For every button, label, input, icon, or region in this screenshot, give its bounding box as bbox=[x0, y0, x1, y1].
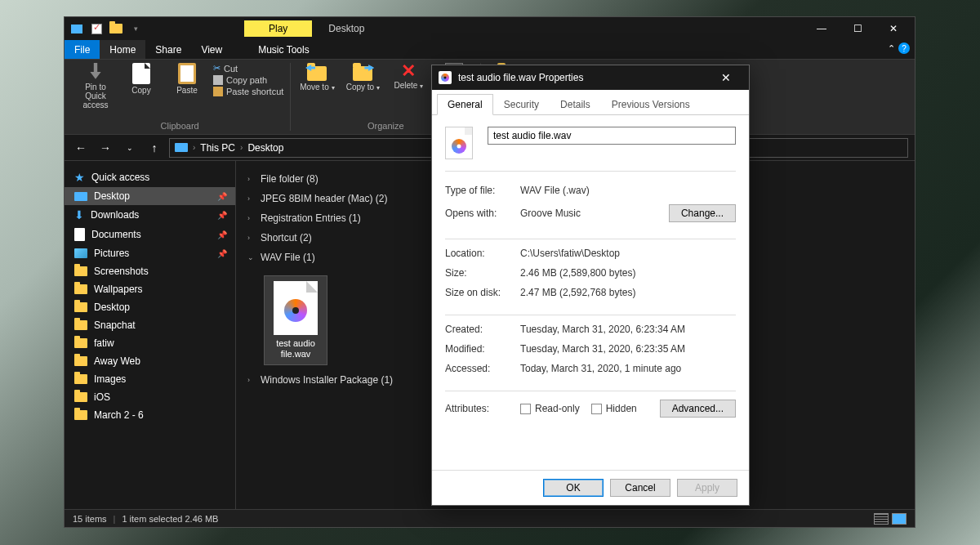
tab-previous-versions[interactable]: Previous Versions bbox=[601, 94, 701, 115]
breadcrumb-desktop[interactable]: Desktop bbox=[247, 142, 283, 154]
size-label: Size: bbox=[445, 267, 510, 279]
tab-home[interactable]: Home bbox=[100, 40, 145, 59]
accessed-value: Today, March 31, 2020, 1 minute ago bbox=[520, 363, 736, 374]
pin-icon: 📌 bbox=[217, 211, 227, 220]
nav-recent-button[interactable]: ⌄ bbox=[120, 138, 140, 158]
file-type-icon bbox=[445, 127, 473, 159]
context-tab-play[interactable]: Play bbox=[244, 20, 312, 37]
document-icon bbox=[74, 228, 85, 241]
advanced-button[interactable]: Advanced... bbox=[660, 400, 736, 418]
status-selection: 1 item selected 2.46 MB bbox=[122, 514, 218, 524]
qat-folder-icon[interactable] bbox=[107, 20, 125, 38]
chevron-right-icon: › bbox=[247, 214, 256, 222]
folder-icon bbox=[74, 266, 87, 276]
ribbon-tabs: File Home Share View Music Tools ⌃ ? bbox=[65, 40, 915, 60]
tab-general[interactable]: General bbox=[437, 94, 493, 115]
readonly-checkbox[interactable]: Read-only bbox=[520, 403, 580, 414]
navigation-pane: ★Quick access Desktop📌 ⬇Downloads📌 Docum… bbox=[65, 161, 236, 509]
paste-shortcut-button[interactable]: Paste shortcut bbox=[213, 87, 283, 96]
sidebar-item-march[interactable]: March 2 - 6 bbox=[65, 406, 235, 424]
dialog-tabs: General Security Details Previous Versio… bbox=[432, 90, 749, 115]
sidebar-item-pictures[interactable]: Pictures📌 bbox=[65, 244, 235, 262]
tab-music-tools[interactable]: Music Tools bbox=[248, 40, 318, 59]
minimize-button[interactable]: — bbox=[804, 17, 840, 40]
dialog-close-button[interactable]: ✕ bbox=[710, 65, 742, 90]
breadcrumb-this-pc[interactable]: This PC bbox=[200, 142, 235, 154]
pin-icon: 📌 bbox=[217, 192, 227, 201]
sidebar-item-desktop[interactable]: Desktop📌 bbox=[65, 187, 235, 205]
monitor-icon bbox=[175, 143, 188, 152]
copy-path-icon bbox=[213, 75, 223, 85]
sidebar-item-quick-access[interactable]: ★Quick access bbox=[65, 168, 235, 187]
sidebar-item-wallpapers[interactable]: Wallpapers bbox=[65, 280, 235, 298]
dialog-title: test audio file.wav Properties bbox=[458, 72, 583, 83]
organize-group-label: Organize bbox=[368, 121, 404, 131]
folder-icon bbox=[74, 374, 87, 384]
sidebar-item-documents[interactable]: Documents📌 bbox=[65, 225, 235, 244]
window-title: Desktop bbox=[328, 23, 364, 34]
tab-share[interactable]: Share bbox=[145, 40, 191, 59]
qat-checkbox-icon[interactable]: ✓ bbox=[87, 20, 105, 38]
cancel-button[interactable]: Cancel bbox=[610, 479, 670, 497]
ok-button[interactable]: OK bbox=[543, 479, 604, 497]
download-icon: ⬇ bbox=[74, 208, 84, 221]
opens-with-label: Opens with: bbox=[445, 208, 510, 219]
file-item-wav[interactable]: test audio file.wav bbox=[264, 275, 327, 365]
pictures-icon bbox=[74, 248, 87, 258]
tab-file[interactable]: File bbox=[65, 40, 100, 59]
ribbon-collapse-icon[interactable]: ⌃ bbox=[888, 43, 895, 54]
copy-button[interactable]: Copy bbox=[122, 63, 161, 95]
pin-quick-access-button[interactable]: Pin to Quick access bbox=[76, 63, 115, 109]
folder-icon bbox=[74, 356, 87, 366]
help-icon[interactable]: ? bbox=[898, 42, 910, 54]
sidebar-item-downloads[interactable]: ⬇Downloads📌 bbox=[65, 205, 235, 225]
filename-input[interactable] bbox=[488, 127, 736, 145]
folder-icon bbox=[74, 392, 87, 402]
nav-forward-button[interactable]: → bbox=[96, 138, 115, 158]
change-button[interactable]: Change... bbox=[669, 204, 736, 222]
type-value: WAV File (.wav) bbox=[520, 185, 736, 196]
chevron-down-icon: ⌄ bbox=[247, 253, 256, 261]
cut-button[interactable]: ✂Cut bbox=[213, 63, 283, 74]
apply-button[interactable]: Apply bbox=[677, 479, 737, 497]
modified-value: Tuesday, March 31, 2020, 6:23:35 AM bbox=[520, 343, 736, 355]
close-button[interactable]: ✕ bbox=[875, 17, 911, 40]
delete-icon: ✕ bbox=[400, 63, 416, 79]
tab-view[interactable]: View bbox=[191, 40, 232, 59]
delete-button[interactable]: ✕ Delete ▾ bbox=[389, 63, 428, 90]
folder-icon bbox=[74, 338, 87, 348]
folder-icon bbox=[74, 320, 87, 330]
details-view-button[interactable] bbox=[874, 513, 889, 525]
type-label: Type of file: bbox=[445, 185, 510, 196]
created-label: Created: bbox=[445, 324, 510, 335]
chevron-right-icon: › bbox=[247, 175, 256, 183]
qat-separator: ▾ bbox=[127, 20, 145, 38]
dialog-file-icon bbox=[439, 71, 452, 84]
sidebar-item-fatiw[interactable]: fatiw bbox=[65, 334, 235, 352]
monitor-icon bbox=[74, 192, 87, 201]
pin-icon: 📌 bbox=[217, 249, 227, 258]
properties-dialog: test audio file.wav Properties ✕ General… bbox=[431, 65, 750, 506]
tab-security[interactable]: Security bbox=[493, 94, 550, 115]
sidebar-item-images[interactable]: Images bbox=[65, 370, 235, 388]
sidebar-item-desktop2[interactable]: Desktop bbox=[65, 298, 235, 316]
sidebar-item-away-web[interactable]: Away Web bbox=[65, 352, 235, 370]
copy-path-button[interactable]: Copy path bbox=[213, 75, 283, 85]
chevron-right-icon: › bbox=[240, 143, 243, 152]
tab-details[interactable]: Details bbox=[550, 94, 601, 115]
move-to-button[interactable]: Move to ▾ bbox=[297, 63, 336, 92]
nav-back-button[interactable]: ← bbox=[71, 138, 91, 158]
maximize-button[interactable]: ☐ bbox=[840, 17, 875, 40]
sidebar-item-snapchat[interactable]: Snapchat bbox=[65, 316, 235, 334]
attributes-label: Attributes: bbox=[445, 403, 510, 414]
hidden-checkbox[interactable]: Hidden bbox=[591, 403, 637, 414]
copy-to-button[interactable]: Copy to ▾ bbox=[343, 63, 382, 92]
created-value: Tuesday, March 31, 2020, 6:23:34 AM bbox=[520, 324, 736, 335]
sidebar-item-ios[interactable]: iOS bbox=[65, 388, 235, 406]
paste-button[interactable]: Paste bbox=[167, 63, 207, 95]
clipboard-group-label: Clipboard bbox=[161, 121, 199, 131]
nav-up-button[interactable]: ↑ bbox=[145, 138, 164, 158]
large-icons-view-button[interactable] bbox=[892, 513, 906, 525]
size-on-disk-value: 2.47 MB (2,592,768 bytes) bbox=[520, 287, 736, 298]
sidebar-item-screenshots[interactable]: Screenshots bbox=[65, 262, 235, 280]
